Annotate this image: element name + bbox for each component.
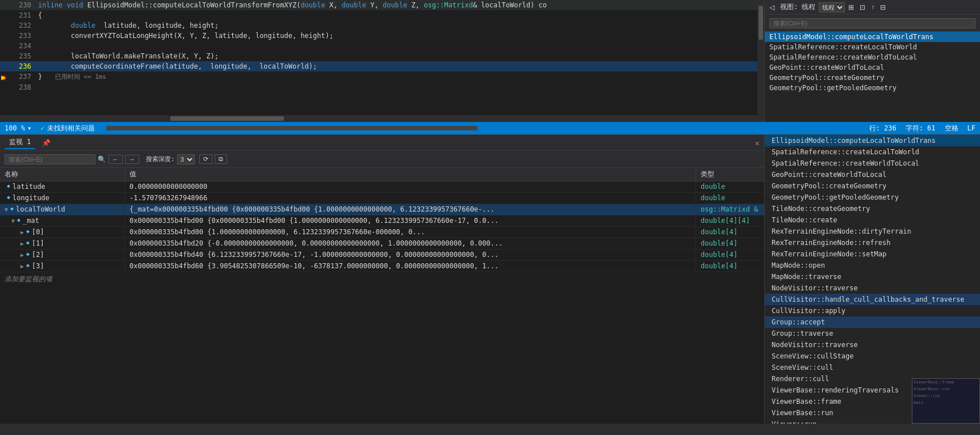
watch-search-input[interactable]	[5, 154, 95, 164]
toolbar-btn-2[interactable]: ⊡	[857, 2, 868, 12]
watch-row-localToWorld[interactable]: ▼ ◆ localToWorld {_mat=0x000000335b4fbd0…	[0, 204, 764, 216]
toolbar-btn-4[interactable]: ⊟	[878, 2, 888, 12]
cs-list-item-grouptraverse[interactable]: Group::traverse	[765, 328, 980, 339]
mini-thumbnail: ViewerBase::frame ViewerBase::run Viewer…	[912, 378, 980, 424]
zoom-dropdown[interactable]: ▾	[27, 124, 31, 132]
expand-arrow-mat[interactable]: ▼	[11, 218, 15, 224]
depth-select[interactable]: 3 1 2 4 5	[177, 154, 195, 164]
cs-list-item-nodevisitor2[interactable]: NodeVisitor::traverse	[765, 339, 980, 350]
breakpoint-col-232[interactable]	[0, 20, 10, 31]
cs-list-item-ellipsoid[interactable]: EllipsoidModel::computeLocalToWorldTrans	[765, 135, 980, 146]
cs-list-item-mapnode2[interactable]: MapNode::traverse	[765, 271, 980, 282]
line-content-231: {	[36, 10, 764, 20]
call-stack-search-bar	[765, 15, 980, 32]
line-num-status: 行: 236	[869, 124, 897, 133]
cs-list-item-tilenode2[interactable]: TileNode::create	[765, 214, 980, 226]
line-content-233: convertXYZToLatLongHeight(X, Y, Z, latit…	[36, 31, 764, 41]
cs-list-item-geopool2[interactable]: GeometryPool::getPooledGeometry	[765, 192, 980, 203]
cs-list-item-cullvisitor1[interactable]: CullVisitor::handle_cull_callbacks_and_t…	[765, 294, 980, 305]
watch-row-0[interactable]: ▶ ◆ [0] 0x000000335b4fbd00 {1.0000000000…	[0, 227, 764, 238]
line-number-237: 237	[10, 71, 36, 82]
search-next-btn[interactable]: →	[125, 155, 139, 164]
scrollbar-indicator[interactable]	[106, 126, 478, 130]
breakpoint-col-235[interactable]	[0, 51, 10, 61]
expand-arrow-0[interactable]: ▶	[20, 229, 24, 235]
breakpoint-col-237[interactable]: ● ▶	[0, 71, 10, 82]
cs-list-item-mapnode1[interactable]: MapNode::open	[765, 260, 980, 271]
cs-list-item-rexterrain1[interactable]: RexTerrainEngineNode::dirtyTerrain	[765, 226, 980, 237]
no-problems-text: 未找到相关问题	[47, 124, 95, 133]
watch-row-latitude[interactable]: ◆ latitude 0.00000000000000000 double	[0, 181, 764, 193]
cs-list-item-tilenode1[interactable]: TileNode::createGeometry	[765, 203, 980, 214]
cs-item-ellipsoid[interactable]: EllipsoidModel::computeLocalToWorldTrans	[765, 32, 980, 42]
expand-arrow-1[interactable]: ▶	[20, 240, 24, 247]
watch-tab-pin[interactable]: 📌	[42, 139, 51, 147]
var-icon-longitude: ◆	[7, 194, 10, 200]
cs-list-item-cullvisitor2[interactable]: CullVisitor::apply	[765, 305, 980, 316]
cs-list-item-sceneview1[interactable]: SceneView::cullStage	[765, 350, 980, 362]
breakpoint-col-230[interactable]	[0, 0, 10, 10]
var-name-mat: _mat	[23, 217, 39, 225]
cs-list-item-spatial2[interactable]: SpatialReference::createWorldToLocal	[765, 158, 980, 169]
watch-cell-type-latitude: double	[696, 181, 764, 192]
watch-tab-1-label: 监视 1	[9, 138, 31, 146]
cs-item-geopoint[interactable]: GeoPoint::createWorldToLocal	[765, 62, 980, 73]
expand-arrow-localToWorld[interactable]: ▼	[5, 206, 8, 213]
var-name-1: [1]	[32, 239, 44, 247]
var-name-localToWorld: localToWorld	[16, 205, 65, 213]
cs-item-geopool2[interactable]: GeometryPool::getPooledGeometry	[765, 83, 980, 93]
watch-row-3[interactable]: ▶ ◆ [3] 0x000000335b4fbd60 {3.9054825307…	[0, 261, 764, 272]
watch-cell-type-longitude: double	[696, 193, 764, 203]
line-content-234	[36, 41, 764, 51]
call-stack-bottom: EllipsoidModel::computeLocalToWorldTrans…	[764, 134, 980, 424]
watch-cell-name-localToWorld: ▼ ◆ localToWorld	[0, 204, 125, 214]
cs-list-item-sceneview2[interactable]: SceneView::cull	[765, 362, 980, 373]
watch-cell-name-mat: ▼ ◆ _mat	[0, 216, 125, 226]
search-btn-1[interactable]: ⟳	[199, 154, 212, 164]
breakpoint-col-236[interactable]	[0, 61, 10, 71]
watch-cell-value-3: 0x000000335b4fbd60 {3.9054825307866509e-…	[125, 261, 696, 271]
col-value-label: 值	[129, 170, 136, 179]
expand-arrow-3[interactable]: ▶	[20, 263, 24, 269]
watch-cell-name-3: ▶ ◆ [3]	[0, 261, 125, 271]
watch-row-2[interactable]: ▶ ◆ [2] 0x000000335b4fbd40 {6.1232339957…	[0, 250, 764, 261]
cs-list-item-rexterrain2[interactable]: RexTerrainEngineNode::refresh	[765, 237, 980, 248]
var-icon-latitude: ◆	[7, 183, 10, 189]
mini-thumb-text-4: main	[912, 399, 979, 406]
line-number-233: 233	[10, 31, 36, 41]
toolbar-btn-3[interactable]: ↑	[869, 2, 877, 12]
watch-row-1[interactable]: ▶ ◆ [1] 0x000000335b4fbd20 {-0.000000000…	[0, 238, 764, 250]
nav-back-btn[interactable]: ◁	[767, 2, 777, 12]
watch-row-mat[interactable]: ▼ ◆ _mat 0x000000335b4fbd00 {0x000000335…	[0, 216, 764, 227]
cs-item-spatial1[interactable]: SpatialReference::createLocalToWorld	[765, 42, 980, 52]
watch-cell-name-latitude: ◆ latitude	[0, 181, 125, 192]
watch-row-longitude[interactable]: ◆ longitude -1.5707963267948966 double	[0, 193, 764, 204]
breakpoint-col-238[interactable]	[0, 82, 10, 92]
toolbar-btn-1[interactable]: ⊞	[846, 2, 856, 12]
watch-tab-1[interactable]: 监视 1	[5, 136, 35, 149]
cs-list-item-geopoint[interactable]: GeoPoint::createWorldToLocal	[765, 169, 980, 180]
watch-close-btn[interactable]: ✕	[755, 138, 760, 147]
breakpoint-col-234[interactable]	[0, 41, 10, 51]
cs-item-spatial2[interactable]: SpatialReference::createWorldToLocal	[765, 52, 980, 62]
cs-item-geopool1[interactable]: GeometryPool::createGeometry	[765, 73, 980, 83]
line-number-236: 236	[10, 61, 36, 71]
depth-label: 搜索深度:	[146, 155, 175, 163]
code-line-232: 232 double latitude, longitude, height;	[0, 20, 764, 31]
expand-arrow-2[interactable]: ▶	[20, 252, 24, 258]
search-prev-btn[interactable]: ←	[108, 155, 123, 164]
add-watch-label[interactable]: 添加要监视的项	[0, 272, 764, 286]
call-stack-search-input[interactable]	[769, 18, 975, 28]
breakpoint-col-231[interactable]	[0, 10, 10, 20]
cs-list-item-nodevisitor1[interactable]: NodeVisitor::traverse	[765, 282, 980, 294]
cs-list-item-groupaccept[interactable]: Group::accept	[765, 316, 980, 328]
cs-list-item-geopool1[interactable]: GeometryPool::createGeometry	[765, 180, 980, 192]
cs-list-item-rexterrain3[interactable]: RexTerrainEngineNode::setMap	[765, 248, 980, 260]
view-select[interactable]: 线程	[819, 2, 845, 12]
search-btn-2[interactable]: ⧉	[215, 154, 227, 164]
watch-cell-name-2: ▶ ◆ [2]	[0, 250, 125, 260]
cs-list-item-spatial1[interactable]: SpatialReference::createLocalToWorld	[765, 146, 980, 158]
var-icon-localToWorld: ◆	[10, 205, 14, 212]
breakpoint-col-233[interactable]	[0, 31, 10, 41]
watch-cell-value-latitude: 0.00000000000000000	[125, 181, 696, 192]
